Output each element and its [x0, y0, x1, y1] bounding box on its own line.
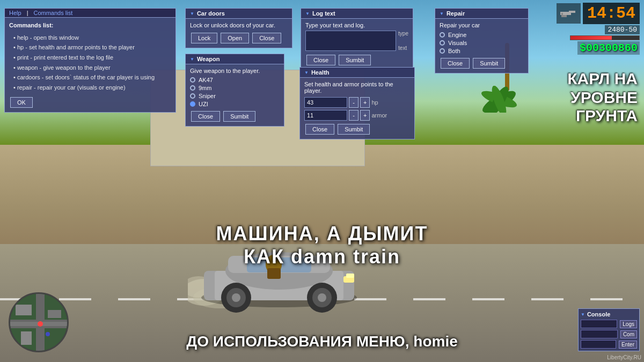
svg-rect-22 — [267, 268, 281, 279]
repair-title-text: Repair — [447, 10, 465, 17]
weapon-sniper-label: Sniper — [199, 93, 216, 99]
svg-rect-28 — [48, 310, 61, 318]
console-enter-button[interactable]: Enter — [619, 341, 637, 349]
repair-visuals-label: Visuals — [448, 40, 467, 46]
cmd-item-cardoors: • cardoors - set doors` status of the ca… — [9, 72, 171, 83]
svg-rect-33 — [569, 11, 575, 13]
console-logs-row: Logs — [581, 320, 637, 328]
repair-visuals-radio[interactable] — [440, 40, 445, 46]
cardoors-title-text: Car doors — [197, 10, 225, 17]
cardoors-close-button[interactable]: Close — [252, 33, 281, 43]
health-window: ▼ Health Set health and armor points to … — [299, 67, 415, 139]
weapon-uzi-radio[interactable] — [190, 101, 195, 107]
health-triangle-icon: ▼ — [304, 70, 309, 75]
health-armor-row: - + armor — [304, 110, 410, 121]
commands-ok-button[interactable]: OK — [10, 97, 33, 108]
ammo-display: 2480-50 — [605, 25, 640, 34]
health-close-button[interactable]: Close — [305, 124, 334, 135]
health-hp-minus-button[interactable]: - — [349, 97, 358, 108]
overlay-text-like-train: КАК damn train — [0, 246, 644, 268]
logtext-title-text: Log text — [312, 10, 335, 17]
repair-engine-option[interactable]: Engine — [440, 32, 524, 38]
weapon-sniper-option[interactable]: Sniper — [190, 93, 280, 99]
console-logs-input[interactable] — [581, 320, 617, 328]
svg-rect-35 — [561, 13, 563, 17]
logtext-triangle-icon: ▼ — [305, 11, 310, 16]
health-description: Set health and armor points to the playe… — [304, 81, 410, 94]
repair-triangle-icon: ▼ — [440, 11, 444, 16]
logtext-description: Type your text and log. — [305, 22, 408, 28]
russian-line-3: ГРУНТА — [567, 107, 638, 125]
svg-point-31 — [46, 332, 50, 336]
russian-line-2: УРОВНЕ — [567, 88, 638, 107]
logtext-textarea[interactable] — [305, 31, 396, 51]
cardoors-triangle-icon: ▼ — [190, 11, 194, 16]
health-armor-label: armor — [371, 112, 387, 119]
repair-sumbit-button[interactable]: Sumbit — [473, 58, 505, 69]
weapon-9mm-radio[interactable] — [190, 85, 195, 91]
console-enter-input[interactable] — [581, 340, 616, 349]
repair-both-label: Both — [448, 48, 460, 54]
cmd-item-weapon: • weapon - give weapon to the player — [9, 63, 171, 73]
health-hp-row: - + hp — [304, 97, 410, 108]
commands-title-bar: Help | Commands list — [5, 9, 175, 18]
weapon-sniper-radio[interactable] — [190, 93, 195, 99]
weapon-ak47-option[interactable]: AK47 — [190, 77, 280, 83]
logtext-type-label: type — [398, 31, 408, 36]
weapon-9mm-option[interactable]: 9mm — [190, 85, 280, 91]
money-display: $00300860 — [577, 41, 640, 55]
health-armor-minus-button[interactable]: - — [349, 110, 358, 121]
cardoors-title-bar: ▼ Car doors — [186, 9, 292, 19]
console-triangle-icon: ▼ — [581, 312, 585, 317]
cmd-item-repair: • repair - repair your car (visuals or e… — [9, 83, 171, 93]
health-title-bar: ▼ Health — [300, 68, 414, 78]
cmd-item-help: • help - open this window — [9, 33, 171, 43]
logtext-window: ▼ Log text Type your text and log. type … — [301, 8, 413, 70]
cardoors-open-button[interactable]: Open — [221, 33, 249, 43]
repair-close-button[interactable]: Close — [441, 58, 470, 69]
svg-rect-29 — [21, 331, 32, 345]
weapon-9mm-label: 9mm — [199, 85, 211, 91]
health-bar-fill — [570, 36, 612, 40]
cardoors-description: Lock or unlock doors of your car. — [190, 22, 288, 28]
weapon-close-button[interactable]: Close — [191, 111, 220, 122]
weapon-window: ▼ Weapon Give weapon to the player. AK47… — [185, 54, 284, 127]
weapon-title-bar: ▼ Weapon — [186, 54, 284, 64]
health-hp-input[interactable] — [304, 97, 347, 108]
weapon-ak47-radio[interactable] — [190, 77, 195, 83]
repair-visuals-option[interactable]: Visuals — [440, 40, 524, 46]
cardoors-lock-button[interactable]: Lock — [191, 33, 217, 43]
russian-text-overlay: КАРЛ НА УРОВНЕ ГРУНТА — [567, 70, 638, 125]
health-sumbit-button[interactable]: Sumbit — [338, 124, 370, 135]
weapon-title-text: Weapon — [197, 56, 220, 62]
commands-header: Commands list: — [9, 21, 171, 31]
logtext-sumbit-button[interactable]: Sumbit — [339, 55, 371, 65]
weapon-uzi-option[interactable]: UZI — [190, 101, 280, 107]
console-com-button[interactable]: Com — [620, 330, 637, 338]
health-title-text: Health — [311, 69, 330, 76]
repair-description: Repair your car — [440, 22, 524, 28]
commands-window: Help | Commands list Commands list: • he… — [4, 8, 176, 113]
overlay-text-before-menu: ДО ИСПОЛЬЗОВАНИЯ МЕНЮ, homie — [0, 333, 644, 350]
health-armor-plus-button[interactable]: + — [360, 110, 370, 121]
svg-point-17 — [232, 293, 240, 302]
repair-title-bar: ▼ Repair — [435, 9, 528, 19]
help-link[interactable]: Help — [9, 10, 21, 16]
repair-both-radio[interactable] — [440, 48, 445, 54]
watermark: LibertyCity.RU — [607, 354, 641, 360]
console-logs-button[interactable]: Logs — [620, 320, 637, 328]
health-armor-input[interactable] — [304, 110, 347, 121]
repair-engine-radio[interactable] — [440, 32, 445, 38]
commands-list-link[interactable]: Commands list — [33, 10, 72, 16]
weapon-icon — [557, 3, 581, 24]
repair-both-option[interactable]: Both — [440, 48, 524, 54]
weapon-sumbit-button[interactable]: Sumbit — [223, 111, 255, 122]
repair-window: ▼ Repair Repair your car Engine Visuals … — [435, 8, 529, 73]
weapon-triangle-icon: ▼ — [190, 57, 194, 62]
health-hp-label: hp — [371, 99, 378, 106]
console-title-text: Console — [587, 311, 610, 317]
logtext-close-button[interactable]: Close — [306, 55, 335, 65]
console-com-input[interactable] — [581, 330, 618, 338]
health-hp-plus-button[interactable]: + — [360, 97, 370, 108]
svg-point-30 — [38, 321, 43, 327]
